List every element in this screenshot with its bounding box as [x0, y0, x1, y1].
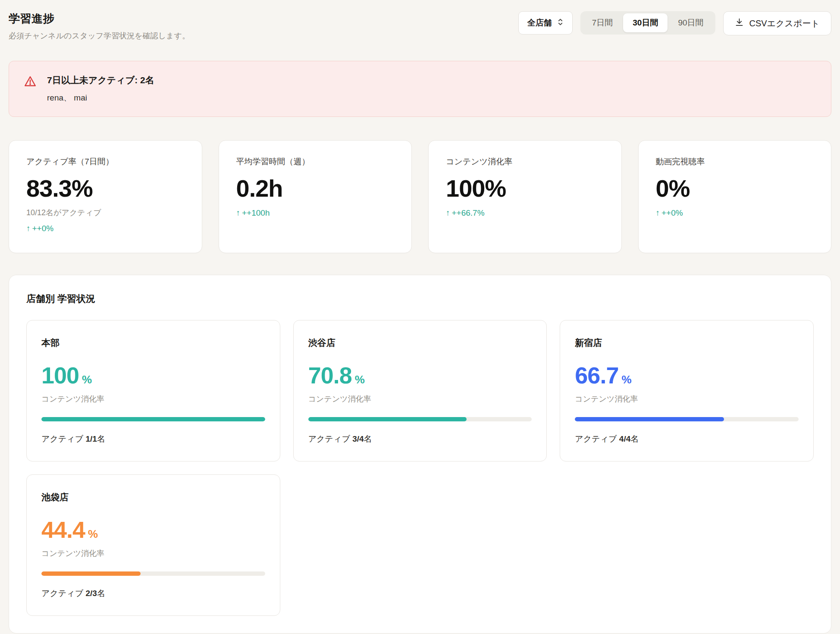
store-name: 本部	[41, 337, 265, 349]
store-active-label: アクティブ	[41, 589, 83, 598]
progress-bar	[308, 417, 532, 421]
progress-bar-fill	[575, 417, 724, 421]
store-active-line: アクティブ 4/4名	[575, 433, 799, 445]
store-metric-label: コンテンツ消化率	[41, 394, 265, 404]
warning-icon	[24, 75, 37, 90]
store-card-honbu: 本部 100 % コンテンツ消化率 アクティブ 1/1名	[26, 320, 280, 461]
download-icon	[735, 18, 744, 29]
store-select-value: 全店舗	[527, 17, 552, 28]
store-value-unit: %	[355, 373, 365, 386]
store-name: 池袋店	[41, 491, 265, 503]
progress-bar-fill	[41, 417, 265, 421]
progress-bar-fill	[308, 417, 467, 421]
stat-label: アクティブ率（7日間）	[26, 156, 185, 167]
stat-card-video-watch-rate: 動画完視聴率 0% ↑++0%	[638, 140, 832, 253]
store-value-row: 44.4 %	[41, 516, 265, 543]
trend-up-icon: ↑	[236, 208, 241, 217]
store-active-line: アクティブ 2/3名	[41, 588, 265, 599]
progress-bar	[41, 571, 265, 576]
store-value-row: 66.7 %	[575, 362, 799, 389]
store-active-count: 3/4	[352, 434, 364, 443]
store-active-label: アクティブ	[308, 434, 350, 443]
page-header: 学習進捗 必須チャンネルのスタッフ学習状況を確認します。 全店舗 7日間 30日…	[9, 11, 831, 41]
store-active-suffix: 名	[630, 434, 639, 443]
chevron-up-down-icon	[557, 18, 564, 28]
store-value-row: 70.8 %	[308, 362, 532, 389]
stat-value: 100%	[446, 174, 604, 202]
store-value-unit: %	[88, 527, 98, 541]
store-metric-label: コンテンツ消化率	[308, 394, 532, 404]
store-active-label: アクティブ	[41, 434, 83, 443]
store-card-shinjuku: 新宿店 66.7 % コンテンツ消化率 アクティブ 4/4名	[560, 320, 814, 461]
stat-delta-text: ++100h	[242, 208, 270, 217]
store-active-suffix: 名	[364, 434, 372, 443]
header-controls: 全店舗 7日間 30日間 90日間 CSVエクスポート	[518, 11, 831, 35]
stat-card-active-rate: アクティブ率（7日間） 83.3% 10/12名がアクティブ ↑++0%	[9, 140, 202, 253]
store-value: 70.8	[308, 362, 352, 389]
store-value-unit: %	[621, 373, 631, 386]
stores-section-title: 店舗別 学習状況	[26, 292, 814, 305]
stat-delta: ↑++66.7%	[446, 208, 604, 218]
store-select-dropdown[interactable]: 全店舗	[518, 11, 573, 35]
stat-label: 平均学習時間（週）	[236, 156, 395, 167]
page-subtitle: 必須チャンネルのスタッフ学習状況を確認します。	[9, 31, 190, 41]
store-active-suffix: 名	[97, 434, 105, 443]
stat-label: コンテンツ消化率	[446, 156, 604, 167]
store-value: 44.4	[41, 516, 85, 543]
csv-export-label: CSVエクスポート	[749, 18, 820, 29]
header-titles: 学習進捗 必須チャンネルのスタッフ学習状況を確認します。	[9, 11, 190, 41]
store-metric-label: コンテンツ消化率	[41, 548, 265, 559]
store-active-count: 4/4	[619, 434, 630, 443]
stat-value: 0%	[656, 174, 814, 202]
trend-up-icon: ↑	[26, 224, 31, 233]
stat-delta-text: ++0%	[32, 224, 54, 233]
inactive-alert-banner: 7日以上未アクティブ: 2名 rena、 mai	[9, 61, 831, 117]
kpi-cards-row: アクティブ率（7日間） 83.3% 10/12名がアクティブ ↑++0% 平均学…	[9, 140, 831, 253]
period-tab-30d[interactable]: 30日間	[623, 13, 668, 32]
stat-delta: ↑++100h	[236, 208, 395, 218]
store-active-suffix: 名	[97, 589, 105, 598]
period-tab-7d[interactable]: 7日間	[583, 13, 623, 32]
progress-bar	[41, 417, 265, 421]
store-value-unit: %	[82, 373, 92, 386]
trend-up-icon: ↑	[446, 208, 450, 217]
alert-content: 7日以上未アクティブ: 2名 rena、 mai	[47, 74, 154, 104]
alert-title: 7日以上未アクティブ: 2名	[47, 74, 154, 86]
store-active-count: 1/1	[86, 434, 97, 443]
store-value: 66.7	[575, 362, 618, 389]
progress-bar-fill	[41, 571, 141, 576]
stat-label: 動画完視聴率	[656, 156, 814, 167]
stat-delta: ↑++0%	[656, 208, 814, 218]
stat-detail: 10/12名がアクティブ	[26, 207, 185, 218]
period-tab-90d[interactable]: 90日間	[668, 13, 713, 32]
alert-inactive-names: rena、 mai	[47, 92, 154, 104]
csv-export-button[interactable]: CSVエクスポート	[723, 11, 831, 35]
stat-value: 83.3%	[26, 174, 185, 202]
stores-panel: 店舗別 学習状況 本部 100 % コンテンツ消化率 アクティブ 1/1名 渋谷…	[9, 275, 831, 634]
page-title: 学習進捗	[9, 11, 190, 26]
store-active-count: 2/3	[86, 589, 97, 598]
stat-delta-text: ++0%	[661, 208, 683, 217]
stat-value: 0.2h	[236, 174, 395, 202]
stores-grid: 本部 100 % コンテンツ消化率 アクティブ 1/1名 渋谷店 70.8 % …	[26, 320, 814, 616]
store-value: 100	[41, 362, 79, 389]
store-active-label: アクティブ	[575, 434, 617, 443]
progress-bar	[575, 417, 799, 421]
stat-card-avg-learning-time: 平均学習時間（週） 0.2h ↑++100h	[219, 140, 412, 253]
stat-card-content-completion: コンテンツ消化率 100% ↑++66.7%	[428, 140, 622, 253]
trend-up-icon: ↑	[656, 208, 660, 217]
store-card-shibuya: 渋谷店 70.8 % コンテンツ消化率 アクティブ 3/4名	[293, 320, 547, 461]
period-tab-group: 7日間 30日間 90日間	[580, 11, 715, 35]
stat-delta: ↑++0%	[26, 224, 185, 233]
store-active-line: アクティブ 3/4名	[308, 433, 532, 445]
store-active-line: アクティブ 1/1名	[41, 433, 265, 445]
stat-delta-text: ++66.7%	[452, 208, 485, 217]
store-value-row: 100 %	[41, 362, 265, 389]
store-name: 渋谷店	[308, 337, 532, 349]
store-card-ikebukuro: 池袋店 44.4 % コンテンツ消化率 アクティブ 2/3名	[26, 474, 280, 616]
store-metric-label: コンテンツ消化率	[575, 394, 799, 404]
store-name: 新宿店	[575, 337, 799, 349]
